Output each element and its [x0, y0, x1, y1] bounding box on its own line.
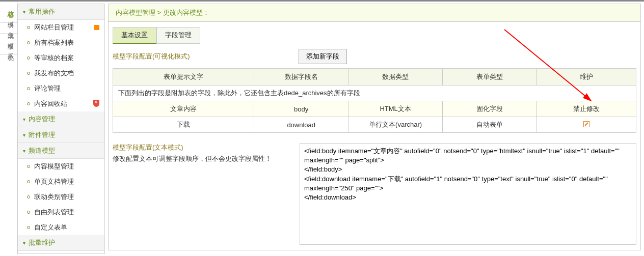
- bullet-icon: [27, 102, 30, 105]
- bullet-icon: [27, 56, 30, 60]
- item-label: 网站栏目管理: [34, 23, 74, 32]
- item-label: 自由列表管理: [34, 208, 74, 217]
- item-label: 内容回收站: [34, 99, 67, 108]
- panel: 基本设置 字段管理 模型字段配置(可视化模式) 添加新字段 表单提示文字 数据字…: [108, 22, 641, 250]
- shield-icon: [93, 100, 99, 108]
- table-row: 文章内容 body HTML文本 固化字段 禁止修改: [113, 101, 636, 117]
- add-field-button[interactable]: 添加新字段: [299, 49, 347, 64]
- fields-table: 表单提示文字 数据字段名 数据类型 表单类型 维护 下面列出的字段是附加表的字段…: [113, 68, 636, 133]
- section-attachment[interactable]: ▾附件管理: [18, 127, 104, 143]
- tab-basic[interactable]: 基本设置: [113, 27, 156, 44]
- sidebar-item-archives[interactable]: 所有档案列表: [18, 35, 104, 50]
- bullet-icon: [27, 180, 30, 183]
- bullet-icon: [27, 87, 30, 90]
- tabs: 基本设置 字段管理: [113, 27, 636, 44]
- th-formtype: 表单类型: [443, 69, 537, 86]
- chevron-down-icon: ▾: [23, 117, 25, 122]
- section-channel[interactable]: ▾频道模型: [18, 143, 104, 159]
- bullet-icon: [27, 195, 30, 198]
- section-label: 常用操作: [29, 7, 55, 16]
- cell: 禁止修改: [536, 101, 636, 117]
- cell: HTML文本: [348, 101, 443, 117]
- vtab-module[interactable]: 模块: [0, 12, 17, 23]
- item-label: 等审核的档案: [34, 53, 74, 63]
- config-label: 模型字段配置(可视化模式): [113, 52, 299, 61]
- bullet-icon: [27, 41, 30, 44]
- th-prompt: 表单提示文字: [113, 69, 254, 86]
- config-textarea[interactable]: [300, 143, 636, 245]
- th-maintain: 维护: [536, 69, 636, 86]
- sidebar: ▾常用操作 网站栏目管理 所有档案列表 等审核的档案 我发布的文档 评论管理 内…: [17, 4, 105, 254]
- table-note: 下面列出的字段是附加表的字段，除此外，它还包含主表dede_archives的所…: [113, 86, 636, 101]
- item-label: 所有档案列表: [34, 38, 74, 47]
- chevron-down-icon: ▾: [23, 240, 25, 246]
- table-row: 下载 download 单行文本(varchar) 自动表单: [113, 117, 636, 133]
- textcfg-title: 模型字段配置(文本模式): [113, 143, 293, 152]
- item-label: 评论管理: [34, 84, 61, 93]
- vtab-gen[interactable]: 生成: [0, 23, 17, 34]
- cell: body: [254, 101, 348, 117]
- cell: 文章内容: [113, 101, 254, 117]
- tab-fields[interactable]: 字段管理: [156, 27, 200, 44]
- bullet-icon: [27, 165, 30, 168]
- bullet-icon: [27, 211, 30, 214]
- chevron-down-icon: ▾: [23, 132, 25, 138]
- section-common[interactable]: ▾常用操作: [18, 4, 104, 20]
- cell: 固化字段: [443, 101, 537, 117]
- cell: 单行文本(varchar): [348, 117, 443, 133]
- vertical-tabs: 核心 模块 生成 模板 系统: [0, 2, 17, 256]
- section-content[interactable]: ▾内容管理: [18, 111, 104, 127]
- sidebar-item-customform[interactable]: 自定义表单: [18, 220, 104, 235]
- item-label: 自定义表单: [34, 223, 67, 232]
- cell: 自动表单: [443, 117, 537, 133]
- badge-icon: [94, 24, 99, 32]
- bullet-icon: [27, 26, 30, 29]
- th-datatype: 数据类型: [348, 69, 443, 86]
- chevron-down-icon: ▾: [23, 9, 25, 15]
- sidebar-item-freelist[interactable]: 自由列表管理: [18, 205, 104, 220]
- vtab-tpl[interactable]: 模板: [0, 34, 17, 44]
- section-label: 内容管理: [29, 115, 55, 124]
- section-label: 附件管理: [29, 130, 55, 139]
- chevron-down-icon: ▾: [23, 148, 25, 154]
- section-label: 频道模型: [29, 146, 55, 155]
- item-label: 单页文档管理: [34, 177, 74, 186]
- edit-cell[interactable]: [536, 117, 636, 133]
- item-label: 我发布的文档: [34, 69, 74, 78]
- textcfg-desc: 修改配置文本可调整字段顺序，但不会更改字段属性！: [113, 154, 293, 163]
- sidebar-item-linkage[interactable]: 联动类别管理: [18, 189, 104, 205]
- sidebar-item-recycle[interactable]: 内容回收站: [18, 96, 104, 111]
- section-label: 批量维护: [29, 238, 55, 247]
- bullet-icon: [27, 72, 30, 75]
- sidebar-item-model[interactable]: 内容模型管理: [18, 159, 104, 174]
- sidebar-item-comments[interactable]: 评论管理: [18, 81, 104, 96]
- th-fieldname: 数据字段名: [254, 69, 348, 86]
- vtab-sys[interactable]: 系统: [0, 44, 17, 55]
- item-label: 内容模型管理: [34, 162, 74, 171]
- sidebar-item-mydocs[interactable]: 我发布的文档: [18, 66, 104, 81]
- cell: download: [254, 117, 348, 133]
- sidebar-item-columns[interactable]: 网站栏目管理: [18, 20, 104, 35]
- bullet-icon: [27, 226, 30, 229]
- sidebar-item-pending[interactable]: 等审核的档案: [18, 50, 104, 66]
- edit-icon: [583, 121, 589, 127]
- vtab-core[interactable]: 核心: [0, 2, 17, 12]
- main: 内容模型管理 > 更改内容模型： 基本设置 字段管理 模型字段配置(可视化模式)…: [105, 2, 644, 256]
- item-label: 联动类别管理: [34, 192, 74, 202]
- cell: 下载: [113, 117, 254, 133]
- section-batch[interactable]: ▾批量维护: [18, 235, 104, 251]
- sidebar-item-singlepage[interactable]: 单页文档管理: [18, 174, 104, 189]
- breadcrumb: 内容模型管理 > 更改内容模型：: [108, 4, 641, 22]
